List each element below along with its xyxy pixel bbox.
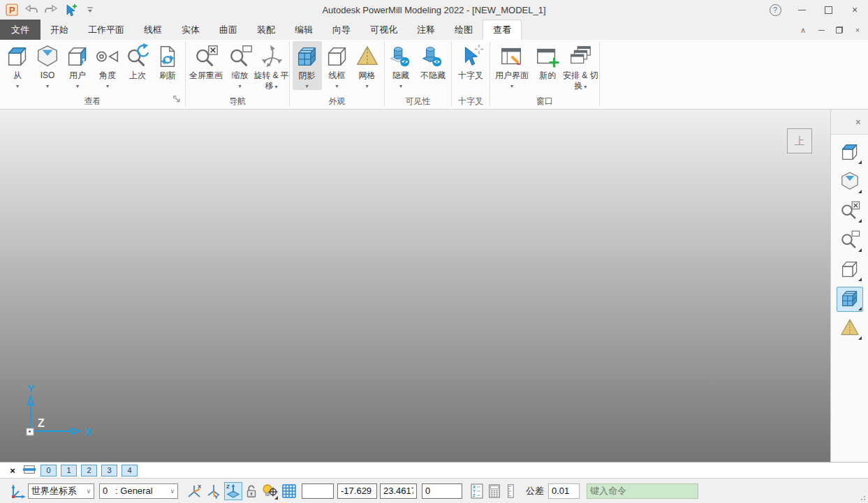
group-label-view: 查看 [0, 95, 185, 109]
arrange-switch-button[interactable]: 安排 & 切换▾ [562, 41, 599, 93]
lock-button[interactable] [244, 482, 259, 500]
undo-button[interactable] [24, 2, 39, 17]
ribbon-group-view: 从 ▾ ISO ▾ 用户 ▾ 角度 ▾ [0, 40, 185, 109]
side-zoom-button[interactable] [837, 228, 863, 253]
tab-surface[interactable]: 曲面 [209, 20, 247, 40]
measure-ruler-button[interactable] [503, 482, 517, 500]
tab-visualize[interactable]: 可视化 [360, 20, 407, 40]
level-button-4[interactable]: 4 [122, 465, 138, 476]
view-angle-button[interactable]: 角度 ▾ [93, 41, 122, 90]
full-redraw-button[interactable]: 全屏重画 [186, 41, 226, 82]
view-dialog-launcher[interactable] [172, 95, 182, 106]
pyramid-mesh-icon [839, 317, 861, 341]
app-logo[interactable]: P [4, 2, 20, 17]
qat-customize-button[interactable] [82, 2, 98, 17]
level-button-1[interactable]: 1 [61, 465, 77, 476]
zoom-button[interactable]: 缩放 ▾ [227, 41, 253, 90]
shading-button[interactable]: 阴影 ▾ [293, 41, 322, 90]
view-toolbar-icons [831, 135, 868, 341]
rotate-pan-button[interactable]: 旋转 & 平移▾ [253, 41, 289, 93]
coordinate-x-input[interactable] [337, 483, 377, 499]
tab-edit[interactable]: 编辑 [285, 20, 323, 40]
maximize-button[interactable] [815, 0, 841, 20]
side-view-from-button[interactable] [837, 140, 863, 165]
tab-workplane[interactable]: 工作平面 [78, 20, 134, 40]
iso-cube-icon [839, 170, 861, 195]
aux-input[interactable] [302, 483, 334, 499]
refresh-button[interactable]: 刷新 [153, 41, 182, 82]
tolerance-input[interactable] [548, 483, 580, 499]
help-button[interactable]: ? [762, 0, 788, 20]
panel-close-button[interactable]: × [855, 117, 861, 128]
side-view-iso-button[interactable] [837, 170, 863, 195]
view-along-x-button[interactable] [185, 482, 203, 500]
level-button-2[interactable]: 2 [81, 465, 97, 476]
crosshair-button[interactable]: 十字叉 [454, 41, 487, 82]
side-full-redraw-button[interactable] [837, 199, 863, 224]
collapse-ribbon-button[interactable]: ∧ [795, 24, 811, 36]
snap-grid-button[interactable] [280, 482, 298, 500]
side-mesh-button[interactable] [837, 316, 863, 341]
resize-grip[interactable] [858, 493, 865, 500]
coordinate-system-select[interactable]: 世界坐标系 ∨ [28, 483, 94, 499]
command-input[interactable] [587, 483, 698, 499]
status-bar: 世界坐标系 ∨ 0 : General ∨ 公差 [0, 478, 868, 503]
coordinate-y-input[interactable] [380, 483, 417, 499]
dropdown-arrow-icon: ▾ [305, 83, 308, 89]
view-along-z-button[interactable] [224, 482, 242, 500]
highlight-locate-button[interactable] [260, 482, 279, 500]
orientation-top-button[interactable]: 上 [787, 128, 812, 153]
customize-toolbar-icon [86, 6, 94, 14]
minimize-icon [798, 10, 806, 10]
side-wireframe-button[interactable] [837, 257, 863, 283]
level-button-3[interactable]: 3 [101, 465, 117, 476]
axis-y-label: Y [27, 382, 34, 394]
mesh-button[interactable]: 网格 ▾ [353, 41, 382, 90]
wireframe-button[interactable]: 线框 ▾ [323, 41, 352, 90]
doc-minimize-button[interactable] [814, 24, 829, 36]
close-button[interactable]: × [841, 0, 868, 20]
ribbon-group-crosshair: 十字叉 十字叉 [452, 40, 490, 109]
side-shading-button[interactable] [837, 287, 863, 312]
new-window-button[interactable]: 新的 [534, 41, 561, 82]
levels-icon[interactable] [22, 463, 36, 479]
view-last-button[interactable]: 上次 [123, 41, 152, 82]
redo-button[interactable] [43, 2, 59, 17]
view-along-y-button[interactable] [205, 482, 223, 500]
hide-eye-slash-icon [387, 43, 415, 70]
magnifier-undo-icon [124, 43, 152, 70]
workplane-select[interactable]: 0 : General ∨ [99, 483, 178, 499]
tab-view[interactable]: 查看 [483, 20, 522, 40]
user-interface-button[interactable]: 用户界面 ▾ [490, 41, 534, 90]
view-iso-button[interactable]: ISO ▾ [33, 41, 62, 90]
tab-annotate[interactable]: 注释 [407, 20, 445, 40]
view-from-button[interactable]: 从 ▾ [3, 41, 32, 90]
dropdown-arrow-icon: ▾ [16, 83, 19, 89]
level-button-0[interactable]: 0 [41, 465, 57, 476]
tab-assembly[interactable]: 装配 [247, 20, 285, 40]
xyz-position-button[interactable] [469, 482, 485, 500]
tab-file[interactable]: 文件 [0, 20, 41, 40]
dropdown-arrow-icon: ▾ [335, 83, 338, 89]
wireframe-cube-icon [323, 43, 351, 70]
ribbon-group-navigation: 全屏重画 缩放 ▾ 旋转 & 平移▾ 导航 [186, 40, 289, 109]
doc-close-button[interactable]: × [850, 24, 865, 36]
calculator-button[interactable] [487, 482, 502, 500]
tab-wizard[interactable]: 向导 [323, 20, 360, 40]
redo-icon [44, 3, 58, 16]
tab-start[interactable]: 开始 [41, 20, 78, 40]
viewport-canvas[interactable]: 上 Y X Z [0, 110, 830, 462]
coordinate-z-input[interactable] [422, 483, 462, 499]
unhide-button[interactable]: 不隐藏 [416, 41, 450, 82]
view-user-button[interactable]: 用户 ▾ [63, 41, 92, 90]
title-bar: P [0, 0, 868, 20]
pick-cursor-button[interactable] [63, 2, 78, 17]
tab-drawing[interactable]: 绘图 [445, 20, 483, 40]
doc-restore-button[interactable] [832, 24, 847, 36]
hide-button[interactable]: 隐藏 ▾ [386, 41, 415, 90]
level-bar-close-button[interactable]: × [7, 465, 18, 476]
group-label-navigation: 导航 [186, 95, 289, 109]
minimize-button[interactable] [788, 0, 815, 20]
tab-wireframe[interactable]: 线框 [134, 20, 172, 40]
tab-solid[interactable]: 实体 [172, 20, 209, 40]
